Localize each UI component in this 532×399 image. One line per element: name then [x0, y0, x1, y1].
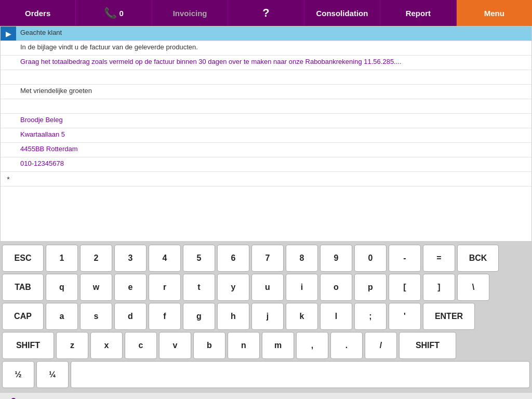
- email-row-0-content: Geachte klant: [16, 26, 531, 41]
- row-arrow-7: [1, 128, 16, 142]
- key-minus[interactable]: -: [389, 245, 421, 272]
- key-5[interactable]: 5: [183, 245, 215, 272]
- keyboard-row-1: ESC 1 2 3 4 5 6 7 8 9 0 - = BCK: [2, 245, 530, 272]
- key-z[interactable]: z: [56, 332, 88, 359]
- nav-orders[interactable]: Orders: [0, 0, 76, 26]
- nav-help[interactable]: ?: [228, 0, 304, 26]
- key-semicolon[interactable]: ;: [354, 303, 387, 330]
- email-content-area: ▶ Geachte klant In de bijlage vindt u de…: [0, 26, 532, 242]
- key-v[interactable]: v: [159, 332, 191, 359]
- email-row-star-content: [16, 172, 531, 186]
- key-shift-right[interactable]: SHIFT: [399, 332, 456, 359]
- key-comma[interactable]: ,: [296, 332, 328, 359]
- key-m[interactable]: m: [262, 332, 294, 359]
- key-r[interactable]: r: [149, 274, 181, 301]
- email-row-9[interactable]: 010-12345678: [1, 157, 531, 172]
- key-half[interactable]: ½: [2, 361, 34, 388]
- email-row-3[interactable]: [1, 70, 531, 85]
- email-row-6-content: Broodje Beleg: [16, 114, 531, 128]
- row-arrow-2: [1, 56, 16, 70]
- email-row-8[interactable]: 4455BB Rotterdam: [1, 143, 531, 157]
- row-arrow-9: [1, 157, 16, 171]
- key-y[interactable]: y: [217, 274, 249, 301]
- help-icon: ?: [262, 6, 269, 20]
- row-arrow-4: [1, 85, 16, 99]
- top-navigation: Orders 📞 0 Invoicing ? Consolidation Rep…: [0, 0, 532, 26]
- key-9[interactable]: 9: [320, 245, 352, 272]
- key-4[interactable]: 4: [149, 245, 181, 272]
- key-caps[interactable]: CAP: [2, 303, 44, 330]
- email-row-star[interactable]: *: [1, 172, 531, 187]
- key-w[interactable]: w: [80, 274, 112, 301]
- row-arrow-3: [1, 70, 16, 84]
- email-row-2[interactable]: Graag het totaalbedrag zoals vermeld op …: [1, 56, 531, 70]
- key-backslash[interactable]: \: [457, 274, 489, 301]
- key-backspace[interactable]: BCK: [457, 245, 499, 272]
- key-quarter[interactable]: ¼: [36, 361, 69, 388]
- key-1[interactable]: 1: [46, 245, 78, 272]
- key-0[interactable]: 0: [354, 245, 387, 272]
- email-row-7[interactable]: Kwartaallaan 5: [1, 128, 531, 143]
- keyboard-row-4: SHIFT z x c v b n m , . / SHIFT: [2, 332, 530, 359]
- nav-consolidation[interactable]: Consolidation: [304, 0, 380, 26]
- key-i[interactable]: i: [286, 274, 318, 301]
- key-space[interactable]: [71, 361, 530, 388]
- key-8[interactable]: 8: [286, 245, 318, 272]
- email-row-1[interactable]: In de bijlage vindt u de factuur van de …: [1, 41, 531, 56]
- key-tab[interactable]: TAB: [2, 274, 44, 301]
- menu-label: Menu: [484, 9, 504, 18]
- nav-menu[interactable]: Menu: [457, 0, 532, 26]
- key-n[interactable]: n: [228, 332, 260, 359]
- key-q[interactable]: q: [46, 274, 78, 301]
- key-l[interactable]: l: [320, 303, 352, 330]
- key-enter[interactable]: ENTER: [423, 303, 475, 330]
- key-o[interactable]: o: [320, 274, 352, 301]
- key-k[interactable]: k: [286, 303, 318, 330]
- row-arrow: ▶: [1, 26, 16, 41]
- key-f[interactable]: f: [149, 303, 181, 330]
- key-d[interactable]: d: [114, 303, 147, 330]
- key-2[interactable]: 2: [80, 245, 112, 272]
- email-row-6[interactable]: Broodje Beleg: [1, 114, 531, 128]
- key-equals[interactable]: =: [423, 245, 455, 272]
- key-7[interactable]: 7: [251, 245, 284, 272]
- email-row-0[interactable]: ▶ Geachte klant: [1, 26, 531, 41]
- phone-icon: 📞: [104, 7, 117, 19]
- keyboard-row-3: CAP a s d f g h j k l ; ' ENTER: [2, 303, 530, 330]
- email-row-7-content: Kwartaallaan 5: [16, 128, 531, 142]
- email-row-2-content: Graag het totaalbedrag zoals vermeld op …: [16, 56, 531, 70]
- key-period[interactable]: .: [330, 332, 363, 359]
- row-arrow-8: [1, 143, 16, 157]
- email-row-4-content: Met vriendelijke groeten: [16, 85, 531, 99]
- email-row-5-content: [16, 99, 531, 113]
- key-esc[interactable]: ESC: [2, 245, 44, 272]
- key-e[interactable]: e: [114, 274, 147, 301]
- nav-report[interactable]: Report: [380, 0, 456, 26]
- nav-invoicing[interactable]: Invoicing: [152, 0, 228, 26]
- phone-count: 0: [119, 9, 123, 18]
- keyboard-row-2: TAB q w e r t y u i o p [ ] \: [2, 274, 530, 301]
- key-lbracket[interactable]: [: [389, 274, 421, 301]
- key-a[interactable]: a: [46, 303, 78, 330]
- key-slash[interactable]: /: [365, 332, 397, 359]
- email-row-5[interactable]: [1, 99, 531, 114]
- key-rbracket[interactable]: ]: [423, 274, 455, 301]
- key-s[interactable]: s: [80, 303, 112, 330]
- key-g[interactable]: g: [183, 303, 215, 330]
- key-c[interactable]: c: [125, 332, 157, 359]
- key-j[interactable]: j: [251, 303, 284, 330]
- key-u[interactable]: u: [251, 274, 284, 301]
- keyboard-row-5: ½ ¼: [2, 361, 530, 388]
- row-arrow-6: [1, 114, 16, 128]
- key-p[interactable]: p: [354, 274, 387, 301]
- key-h[interactable]: h: [217, 303, 249, 330]
- key-apostrophe[interactable]: ': [389, 303, 421, 330]
- key-t[interactable]: t: [183, 274, 215, 301]
- key-6[interactable]: 6: [217, 245, 249, 272]
- key-x[interactable]: x: [90, 332, 123, 359]
- key-3[interactable]: 3: [114, 245, 147, 272]
- nav-phone[interactable]: 📞 0: [76, 0, 152, 26]
- email-row-4[interactable]: Met vriendelijke groeten: [1, 85, 531, 99]
- key-b[interactable]: b: [193, 332, 225, 359]
- key-shift-left[interactable]: SHIFT: [2, 332, 54, 359]
